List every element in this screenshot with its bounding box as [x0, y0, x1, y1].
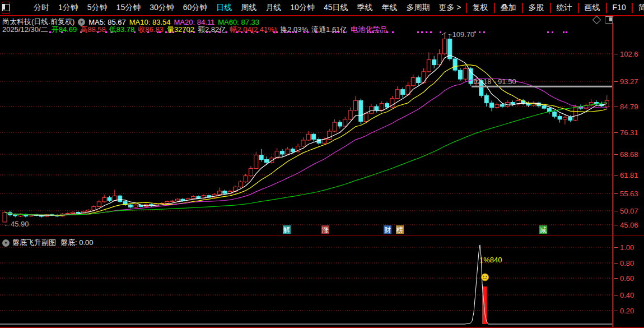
svg-text:财: 财: [384, 226, 391, 234]
axis-tick: [614, 295, 618, 295]
period-tab[interactable]: 更多 >: [434, 3, 465, 13]
axis-tick: [614, 225, 618, 225]
diamond-marker-icon[interactable]: [592, 16, 601, 25]
price-axis-label: 84.79: [620, 103, 638, 111]
quote-field: 2025/12/30/二: [2, 25, 48, 35]
axis-tick: [614, 278, 618, 279]
quote-field: 高88.58: [80, 25, 106, 35]
axis-tick: [614, 54, 618, 54]
axis-tick: [614, 107, 618, 107]
svg-text:榜: 榜: [396, 226, 403, 234]
axis-tick: [614, 132, 618, 133]
period-tab[interactable]: 日线: [212, 3, 236, 13]
axis-tick: [614, 154, 618, 155]
period-tab[interactable]: 月线: [261, 3, 286, 13]
collapse-chevron-icon[interactable]: ▾: [2, 239, 10, 247]
window-layout-icon[interactable]: [2, 2, 10, 14]
indicator-axis-label: 0.60: [620, 274, 634, 283]
quote-field: 额2.82亿: [198, 25, 226, 35]
indicator-title: 磐底飞升副图: [12, 238, 56, 248]
quote-field: 开84.69: [52, 25, 77, 35]
quote-field: 电池化学品: [351, 25, 387, 35]
quote-field: 低83.78: [109, 25, 135, 35]
toolbar-button[interactable]: 叠加: [494, 3, 522, 13]
indicator-panel[interactable]: 1%840 ▾ 磐底飞升副图 磐底: 0.00 1.000.800.600.40…: [0, 235, 644, 328]
main-chart-panel[interactable]: 解涨财榜减~109.7092.18 - 91.50←45.90 尚太科技(日线.…: [0, 16, 644, 235]
indicator-axis-label: 0.20: [620, 307, 634, 315]
smiley-icon: [482, 274, 489, 281]
quote-field: 收86.83: [138, 25, 164, 35]
price-axis-label: 50.07: [620, 207, 638, 215]
signal-label: 1%840: [479, 256, 502, 264]
indicator-value: 磐底: 0.00: [60, 238, 94, 248]
axis-tick: [614, 247, 618, 248]
svg-text:解: 解: [283, 226, 290, 234]
svg-text:~109.70: ~109.70: [448, 30, 474, 39]
svg-text:←45.90: ←45.90: [3, 220, 29, 228]
top-toolbar: 分时1分钟5分钟15分钟30分钟60分钟日线周线月线10分钟45日线季线年线多周…: [0, 0, 644, 16]
period-tab[interactable]: 10分钟: [286, 3, 319, 13]
indicator-header: ▾ 磐底飞升副图 磐底: 0.00: [2, 238, 98, 248]
period-tab[interactable]: 周线: [236, 3, 261, 13]
indicator-axis-label: 1.00: [620, 243, 634, 252]
indicator-chart[interactable]: 1%840: [0, 236, 612, 327]
svg-text:减: 减: [540, 226, 547, 234]
axis-tick: [614, 175, 618, 175]
period-tab[interactable]: 1分钟: [54, 3, 83, 13]
period-tab[interactable]: 30分钟: [145, 3, 179, 13]
price-axis-label: 68.68: [620, 150, 638, 159]
quote-field: 量32702: [167, 25, 194, 35]
price-axis-label: 76.31: [620, 128, 638, 137]
quote-field: 换2.03%: [280, 25, 308, 35]
period-tab[interactable]: 分时: [29, 3, 54, 13]
stock-app-window: 分时1分钟5分钟15分钟30分钟60分钟日线周线月线10分钟45日线季线年线多周…: [0, 0, 644, 328]
indicator-axis: 1.000.800.600.400.20: [612, 236, 644, 328]
price-axis: 102.693.2784.7976.3168.6861.8155.6350.07…: [612, 16, 644, 235]
axis-tick: [614, 193, 618, 194]
price-axis-label: 61.81: [620, 171, 638, 179]
candlestick-chart[interactable]: 解涨财榜减~109.7092.18 - 91.50←45.90: [0, 16, 612, 235]
toolbar-button[interactable]: 统计: [550, 3, 578, 13]
price-axis-label: 102.6: [620, 50, 638, 58]
toolbar-button[interactable]: 画线: [578, 3, 606, 13]
daily-quote-line: 2025/12/30/二开84.69高88.58低83.78收86.83量327…: [2, 25, 390, 35]
period-tab[interactable]: 5分钟: [83, 3, 112, 13]
quote-field: 流通1.61亿: [311, 25, 347, 35]
svg-text:92.18 - 91.50: 92.18 - 91.50: [473, 77, 516, 86]
period-tab[interactable]: 年线: [377, 3, 402, 13]
period-tab[interactable]: 多周期: [402, 3, 434, 13]
svg-text:涨: 涨: [321, 226, 329, 234]
price-axis-label: 45.06: [620, 221, 638, 229]
axis-tick: [614, 211, 618, 211]
indicator-axis-label: 0.40: [620, 291, 634, 299]
toolbar-button[interactable]: 复权: [466, 3, 494, 13]
toolbar-button[interactable]: 简框: [632, 3, 644, 13]
period-tab[interactable]: 45日线: [319, 3, 353, 13]
axis-tick: [614, 263, 618, 264]
indicator-axis-label: 0.80: [620, 259, 634, 267]
price-axis-label: 55.63: [620, 190, 638, 198]
period-tab[interactable]: 15分钟: [112, 3, 146, 13]
action-menu: 复权叠加多股统计画线F10简框标记+自选返回: [466, 3, 644, 13]
period-tab[interactable]: 季线: [352, 3, 377, 13]
toolbar-button[interactable]: 多股: [522, 3, 550, 13]
axis-tick: [614, 311, 618, 311]
axis-tick: [614, 81, 618, 82]
quote-field: 幅2.04(2.41%): [230, 25, 277, 35]
split-window-icon[interactable]: [605, 16, 613, 24]
price-axis-label: 93.27: [620, 77, 638, 86]
toolbar-button[interactable]: F10: [606, 3, 632, 13]
period-menu: 分时1分钟5分钟15分钟30分钟60分钟日线周线月线10分钟45日线季线年线多周…: [29, 3, 466, 13]
period-tab[interactable]: 60分钟: [179, 3, 212, 13]
